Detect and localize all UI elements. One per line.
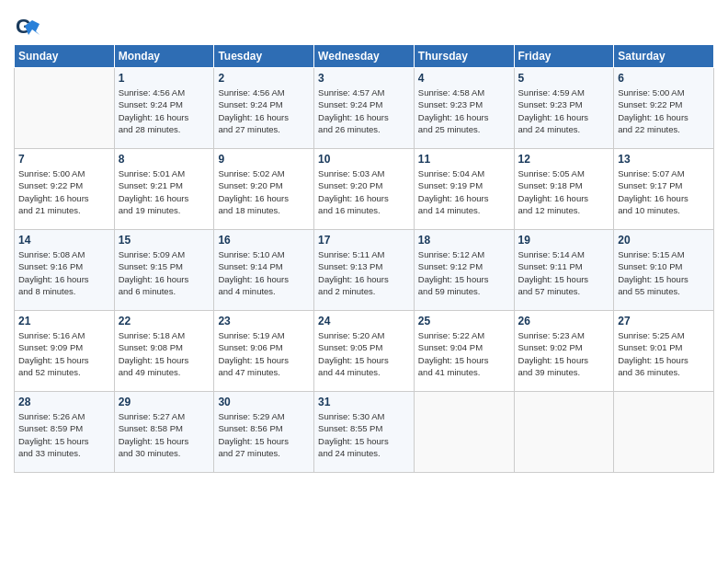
day-number: 11	[418, 153, 510, 166]
calendar-cell: 28Sunrise: 5:26 AMSunset: 8:59 PMDayligh…	[15, 392, 115, 473]
day-info: Sunrise: 5:11 AMSunset: 9:13 PMDaylight:…	[318, 248, 410, 297]
day-number: 18	[418, 234, 510, 247]
day-info: Sunrise: 4:56 AMSunset: 9:24 PMDaylight:…	[119, 86, 210, 135]
day-number: 24	[318, 315, 410, 327]
calendar-table: SundayMondayTuesdayWednesdayThursdayFrid…	[14, 44, 714, 473]
calendar-cell: 2Sunrise: 4:56 AMSunset: 9:24 PMDaylight…	[214, 68, 314, 149]
day-number: 2	[218, 72, 310, 85]
day-info: Sunrise: 5:08 AMSunset: 9:16 PMDaylight:…	[18, 248, 110, 297]
calendar-cell: 17Sunrise: 5:11 AMSunset: 9:13 PMDayligh…	[314, 230, 415, 311]
day-info: Sunrise: 5:20 AMSunset: 9:05 PMDaylight:…	[318, 329, 410, 378]
day-number: 7	[18, 153, 110, 166]
day-info: Sunrise: 5:02 AMSunset: 9:20 PMDaylight:…	[218, 167, 310, 216]
calendar-cell: 22Sunrise: 5:18 AMSunset: 9:08 PMDayligh…	[114, 311, 214, 392]
calendar-cell: 27Sunrise: 5:25 AMSunset: 9:01 PMDayligh…	[614, 311, 714, 392]
day-number: 30	[218, 396, 310, 408]
day-number: 6	[618, 72, 710, 85]
day-info: Sunrise: 5:10 AMSunset: 9:14 PMDaylight:…	[218, 248, 310, 297]
day-info: Sunrise: 5:12 AMSunset: 9:12 PMDaylight:…	[418, 248, 510, 297]
day-info: Sunrise: 5:05 AMSunset: 9:18 PMDaylight:…	[518, 167, 610, 216]
calendar-cell: 24Sunrise: 5:20 AMSunset: 9:05 PMDayligh…	[314, 311, 415, 392]
day-number: 23	[218, 315, 310, 327]
calendar-cell: 30Sunrise: 5:29 AMSunset: 8:56 PMDayligh…	[214, 392, 314, 473]
day-info: Sunrise: 5:22 AMSunset: 9:04 PMDaylight:…	[418, 329, 510, 378]
day-number: 25	[418, 315, 510, 327]
calendar-cell: 29Sunrise: 5:27 AMSunset: 8:58 PMDayligh…	[114, 392, 214, 473]
calendar-cell: 13Sunrise: 5:07 AMSunset: 9:17 PMDayligh…	[614, 149, 714, 230]
day-info: Sunrise: 5:16 AMSunset: 9:09 PMDaylight:…	[18, 329, 110, 378]
day-info: Sunrise: 4:58 AMSunset: 9:23 PMDaylight:…	[418, 86, 510, 135]
calendar-cell: 19Sunrise: 5:14 AMSunset: 9:11 PMDayligh…	[514, 230, 614, 311]
day-number: 9	[218, 153, 310, 166]
day-number: 26	[518, 315, 610, 327]
calendar-cell	[514, 392, 614, 473]
day-number: 5	[518, 72, 610, 85]
day-info: Sunrise: 5:00 AMSunset: 9:22 PMDaylight:…	[18, 167, 110, 216]
calendar-cell: 3Sunrise: 4:57 AMSunset: 9:24 PMDaylight…	[314, 68, 415, 149]
day-number: 13	[618, 153, 710, 166]
day-info: Sunrise: 5:14 AMSunset: 9:11 PMDaylight:…	[518, 248, 610, 297]
day-number: 22	[119, 315, 210, 327]
day-number: 10	[318, 153, 410, 166]
day-info: Sunrise: 5:19 AMSunset: 9:06 PMDaylight:…	[218, 329, 310, 378]
page-header: G	[14, 9, 714, 40]
day-number: 28	[18, 396, 110, 408]
day-info: Sunrise: 4:59 AMSunset: 9:23 PMDaylight:…	[518, 86, 610, 135]
day-info: Sunrise: 5:25 AMSunset: 9:01 PMDaylight:…	[618, 329, 710, 378]
day-info: Sunrise: 5:23 AMSunset: 9:02 PMDaylight:…	[518, 329, 610, 378]
calendar-cell: 11Sunrise: 5:04 AMSunset: 9:19 PMDayligh…	[414, 149, 514, 230]
calendar-cell: 23Sunrise: 5:19 AMSunset: 9:06 PMDayligh…	[214, 311, 314, 392]
calendar-cell	[414, 392, 514, 473]
calendar-cell: 15Sunrise: 5:09 AMSunset: 9:15 PMDayligh…	[114, 230, 214, 311]
calendar-week-row: 28Sunrise: 5:26 AMSunset: 8:59 PMDayligh…	[15, 392, 714, 473]
day-number: 17	[318, 234, 410, 247]
day-number: 19	[518, 234, 610, 247]
day-info: Sunrise: 5:00 AMSunset: 9:22 PMDaylight:…	[618, 86, 710, 135]
day-info: Sunrise: 5:30 AMSunset: 8:55 PMDaylight:…	[318, 410, 410, 459]
calendar-cell: 12Sunrise: 5:05 AMSunset: 9:18 PMDayligh…	[514, 149, 614, 230]
calendar-week-row: 21Sunrise: 5:16 AMSunset: 9:09 PMDayligh…	[15, 311, 714, 392]
calendar-header-row: SundayMondayTuesdayWednesdayThursdayFrid…	[15, 45, 714, 68]
logo: G	[14, 15, 42, 40]
calendar-cell: 16Sunrise: 5:10 AMSunset: 9:14 PMDayligh…	[214, 230, 314, 311]
day-info: Sunrise: 5:04 AMSunset: 9:19 PMDaylight:…	[418, 167, 510, 216]
day-number: 1	[119, 72, 210, 85]
day-number: 31	[318, 396, 410, 408]
day-info: Sunrise: 5:29 AMSunset: 8:56 PMDaylight:…	[218, 410, 310, 459]
day-number: 21	[18, 315, 110, 327]
calendar-cell: 7Sunrise: 5:00 AMSunset: 9:22 PMDaylight…	[15, 149, 115, 230]
day-of-week-header: Sunday	[15, 45, 115, 68]
calendar-cell: 31Sunrise: 5:30 AMSunset: 8:55 PMDayligh…	[314, 392, 415, 473]
day-info: Sunrise: 4:57 AMSunset: 9:24 PMDaylight:…	[318, 86, 410, 135]
calendar-cell: 10Sunrise: 5:03 AMSunset: 9:20 PMDayligh…	[314, 149, 415, 230]
day-of-week-header: Friday	[514, 45, 614, 68]
calendar-cell: 20Sunrise: 5:15 AMSunset: 9:10 PMDayligh…	[614, 230, 714, 311]
day-info: Sunrise: 5:15 AMSunset: 9:10 PMDaylight:…	[618, 248, 710, 297]
day-number: 15	[119, 234, 210, 247]
calendar-cell	[15, 68, 115, 149]
logo-icon: G	[14, 15, 40, 40]
calendar-cell: 25Sunrise: 5:22 AMSunset: 9:04 PMDayligh…	[414, 311, 514, 392]
day-info: Sunrise: 5:26 AMSunset: 8:59 PMDaylight:…	[18, 410, 110, 459]
day-of-week-header: Monday	[114, 45, 214, 68]
day-number: 14	[18, 234, 110, 247]
day-info: Sunrise: 5:07 AMSunset: 9:17 PMDaylight:…	[618, 167, 710, 216]
day-info: Sunrise: 5:18 AMSunset: 9:08 PMDaylight:…	[119, 329, 210, 378]
calendar-cell: 6Sunrise: 5:00 AMSunset: 9:22 PMDaylight…	[614, 68, 714, 149]
day-number: 20	[618, 234, 710, 247]
calendar-cell: 26Sunrise: 5:23 AMSunset: 9:02 PMDayligh…	[514, 311, 614, 392]
calendar-cell: 5Sunrise: 4:59 AMSunset: 9:23 PMDaylight…	[514, 68, 614, 149]
day-number: 16	[218, 234, 310, 247]
calendar-cell: 4Sunrise: 4:58 AMSunset: 9:23 PMDaylight…	[414, 68, 514, 149]
day-number: 27	[618, 315, 710, 327]
day-number: 3	[318, 72, 410, 85]
day-number: 8	[119, 153, 210, 166]
calendar-cell: 8Sunrise: 5:01 AMSunset: 9:21 PMDaylight…	[114, 149, 214, 230]
day-of-week-header: Thursday	[414, 45, 514, 68]
calendar-cell: 1Sunrise: 4:56 AMSunset: 9:24 PMDaylight…	[114, 68, 214, 149]
calendar-cell: 21Sunrise: 5:16 AMSunset: 9:09 PMDayligh…	[15, 311, 115, 392]
day-info: Sunrise: 5:03 AMSunset: 9:20 PMDaylight:…	[318, 167, 410, 216]
day-number: 4	[418, 72, 510, 85]
day-number: 29	[119, 396, 210, 408]
day-info: Sunrise: 5:27 AMSunset: 8:58 PMDaylight:…	[119, 410, 210, 459]
